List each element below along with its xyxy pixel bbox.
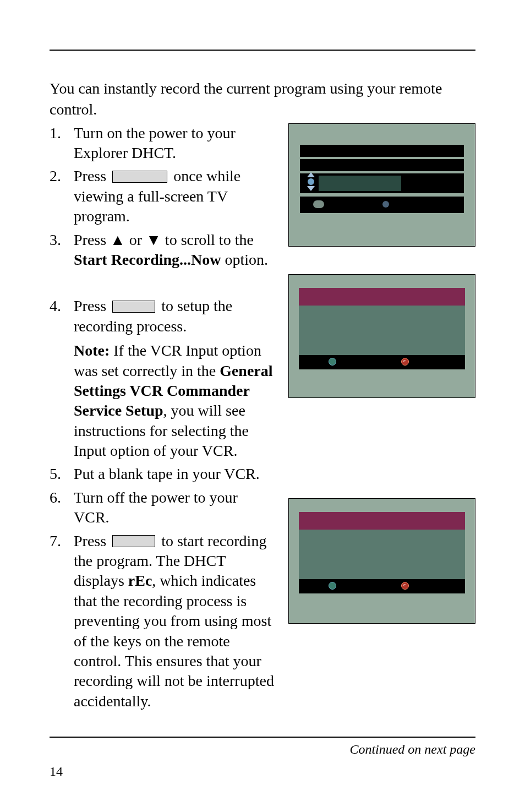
step-1-text: Turn on the power to your Explorer DHCT.: [74, 124, 236, 161]
step-1: Turn on the power to your Explorer DHCT.: [50, 123, 274, 164]
note-label: Note:: [74, 342, 110, 359]
step-3-bold: Start Recording...Now: [74, 251, 221, 268]
remote-button-placeholder: [112, 535, 155, 547]
top-rule: [50, 50, 475, 51]
step-5: Put a blank tape in your VCR.: [50, 464, 274, 484]
fig3-inner: [289, 499, 475, 623]
continued-label: Continued on next page: [50, 742, 475, 757]
a-button-icon: [329, 582, 336, 590]
step-7: Press to start recording the program. Th…: [50, 531, 274, 712]
fig2-body: [299, 306, 465, 355]
remote-button-placeholder: [112, 301, 155, 313]
screenshot-recording-started: [288, 498, 475, 624]
fig1-footer-bar: [300, 197, 464, 213]
step-3-text-a: Press ▲ or ▼ to scroll to the: [74, 231, 254, 248]
intro-text: You can instantly record the current pro…: [50, 78, 475, 120]
scroll-dot-icon: [308, 178, 314, 185]
spacer: [288, 247, 475, 274]
step-6: Turn off the power to your VCR.: [50, 488, 274, 528]
step-3: Press ▲ or ▼ to scroll to the Start Reco…: [50, 230, 274, 270]
c-button-icon: [401, 582, 409, 590]
step-2: Press once while viewing a full-screen T…: [50, 166, 274, 226]
remote-button-placeholder: [112, 171, 167, 183]
step-7-text-d: , which indicates that the recording pro…: [74, 572, 274, 709]
fig2-title-bar: [299, 288, 465, 306]
spacer: [50, 273, 274, 296]
a-button-icon: [329, 358, 336, 366]
fig1-inner: [289, 124, 475, 246]
spacer: [288, 398, 475, 498]
steps-list: Turn on the power to your Explorer DHCT.…: [50, 123, 274, 712]
text-column: Turn on the power to your Explorer DHCT.…: [50, 123, 274, 715]
figure-column: [288, 123, 475, 715]
screenshot-quick-menu: [288, 123, 475, 247]
fig1-pill-icon: [313, 200, 324, 208]
fig2-footer-bar: [299, 355, 465, 369]
step-6-text: Turn off the power to your VCR.: [74, 489, 238, 526]
fig2-inner: [289, 275, 475, 397]
step-2-text-a: Press: [74, 167, 110, 184]
page-number: 14: [50, 764, 63, 779]
page-content: You can instantly record the current pro…: [0, 0, 525, 757]
step-7-text-a: Press: [74, 532, 110, 549]
screenshot-setup-recording: [288, 274, 475, 398]
fig3-body: [299, 530, 465, 579]
step-7-rec: rEc: [128, 572, 152, 589]
fig1-bar: [300, 159, 464, 171]
fig1-selected-option: [319, 176, 401, 191]
step-5-text: Put a blank tape in your VCR.: [74, 465, 260, 482]
step-4: Press to setup the recording process. No…: [50, 296, 274, 461]
bottom-rule: [50, 737, 475, 738]
two-column-layout: Turn on the power to your Explorer DHCT.…: [50, 123, 475, 715]
fig1-dot-icon: [382, 201, 389, 208]
arrow-up-icon: [307, 172, 315, 177]
fig3-footer-bar: [299, 579, 465, 593]
arrow-down-icon: [307, 186, 315, 191]
c-button-icon: [401, 358, 409, 366]
step-4-note: Note: If the VCR Input option was set co…: [74, 341, 274, 461]
fig1-bar: [300, 145, 464, 157]
step-4-text-a: Press: [74, 297, 110, 314]
fig3-title-bar: [299, 512, 465, 530]
step-3-text-c: option.: [221, 251, 269, 268]
